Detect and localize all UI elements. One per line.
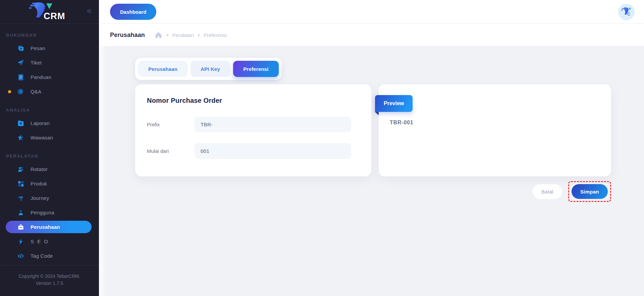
main-area: Dashboard C Perusahaan Peralatan Prefere… bbox=[99, 0, 644, 296]
paper-plane-icon bbox=[17, 59, 25, 67]
svg-text:C: C bbox=[627, 12, 630, 16]
breadcrumb-item-preferensi[interactable]: Preferensi bbox=[204, 32, 226, 38]
sidebar-item-label: Pesan bbox=[31, 45, 45, 51]
nav-section-analisa: ANALISA bbox=[0, 103, 99, 116]
folder-download-icon bbox=[17, 119, 25, 127]
start-from-label: Mulai dari bbox=[147, 148, 195, 154]
sidebar-item-label: Journey bbox=[31, 195, 49, 201]
preview-badge: Preview bbox=[375, 95, 413, 112]
cancel-button[interactable]: Batal bbox=[533, 184, 562, 199]
topbar: Dashboard C bbox=[99, 0, 644, 24]
sidebar-header: CRM « bbox=[0, 0, 99, 24]
sidebar-item-label: Laporan bbox=[31, 120, 50, 126]
preview-card: Preview TBR-001 bbox=[379, 84, 611, 176]
save-button[interactable]: Simpan bbox=[572, 184, 608, 199]
sidebar-item-perusahaan[interactable]: Perusahaan bbox=[6, 221, 92, 233]
annotation-highlight-box: Simpan bbox=[568, 181, 611, 202]
prefix-label: Prefix bbox=[147, 122, 195, 127]
sidebar-item-journey[interactable]: Journey bbox=[0, 191, 99, 205]
app-logo: CRM bbox=[23, 2, 76, 22]
content-area: Perusahaan API Key Preferensi Nomor Purc… bbox=[99, 46, 644, 296]
code-icon bbox=[17, 252, 25, 260]
start-from-input[interactable] bbox=[195, 143, 351, 159]
star-icon bbox=[17, 134, 25, 142]
prefix-field-row: Prefix bbox=[147, 117, 360, 132]
notification-dot bbox=[8, 90, 11, 93]
sidebar-item-label: Tag Code bbox=[31, 253, 53, 259]
tab-preferensi[interactable]: Preferensi bbox=[233, 61, 278, 77]
sidebar-item-panduan[interactable]: Panduan bbox=[0, 70, 99, 84]
breadcrumb-separator bbox=[167, 34, 168, 36]
sidebar-item-label: Produk bbox=[31, 181, 47, 186]
breadcrumb: Perusahaan Peralatan Preferensi bbox=[99, 24, 644, 46]
sidebar-item-label: Wawasan bbox=[31, 135, 53, 140]
nav-section-dukungan: DUKUNGAN bbox=[0, 29, 99, 41]
purchase-order-card: Nomor Purchase Order Prefix Mulai dari bbox=[135, 84, 371, 176]
prefix-input[interactable] bbox=[195, 117, 351, 132]
svg-text:?: ? bbox=[20, 90, 22, 94]
breadcrumb-item-peralatan[interactable]: Peralatan bbox=[172, 32, 194, 38]
preview-value: TBR-001 bbox=[390, 120, 414, 126]
dashboard-button[interactable]: Dashboard bbox=[110, 4, 156, 20]
sidebar-collapse-icon[interactable]: « bbox=[87, 6, 92, 15]
sidebar-item-label: S E O bbox=[31, 239, 49, 244]
sidebar-item-tagcode[interactable]: Tag Code bbox=[0, 249, 99, 263]
sidebar-footer: Copyright © 2024 TebarCRM. Version 1.7.5 bbox=[0, 265, 99, 296]
sidebar-item-seo[interactable]: S E O bbox=[0, 234, 99, 249]
sidebar-item-laporan[interactable]: Laporan bbox=[0, 116, 99, 130]
card-title: Nomor Purchase Order bbox=[147, 97, 360, 104]
document-icon bbox=[17, 73, 25, 81]
sidebar-item-wawasan[interactable]: Wawasan bbox=[0, 130, 99, 145]
question-badge-icon: ? bbox=[17, 88, 25, 96]
sidebar-item-label: Panduan bbox=[31, 74, 51, 80]
sidebar-item-label: Pengguna bbox=[31, 210, 54, 215]
sidebar-item-pengguna[interactable]: Pengguna bbox=[0, 205, 99, 220]
sidebar: CRM « DUKUNGAN Pesan Tiket Panduan bbox=[0, 0, 99, 296]
users-icon bbox=[17, 165, 25, 173]
start-from-field-row: Mulai dari bbox=[147, 143, 360, 159]
page-title: Perusahaan bbox=[110, 32, 145, 39]
grid-icon bbox=[17, 180, 25, 188]
avatar[interactable]: C bbox=[618, 4, 635, 20]
sidebar-item-tiket[interactable]: Tiket bbox=[0, 55, 99, 70]
sidebar-item-label: Tiket bbox=[31, 60, 42, 66]
user-icon bbox=[17, 209, 25, 217]
tab-group: Perusahaan API Key Preferensi bbox=[135, 58, 282, 80]
sidebar-item-label: Rotator bbox=[31, 166, 48, 172]
sidebar-item-produk[interactable]: Produk bbox=[0, 176, 99, 191]
sidebar-nav: DUKUNGAN Pesan Tiket Panduan ? Q&A bbox=[0, 24, 99, 265]
sidebar-item-rotator[interactable]: Rotator bbox=[0, 162, 99, 176]
cards-row: Nomor Purchase Order Prefix Mulai dari P… bbox=[135, 84, 611, 176]
chat-icon bbox=[17, 44, 25, 52]
nav-section-peralatan: PERALATAN bbox=[0, 150, 99, 162]
copyright-text: Copyright © 2024 TebarCRM. bbox=[3, 273, 96, 280]
svg-text:CRM: CRM bbox=[44, 11, 65, 20]
sidebar-item-pesan[interactable]: Pesan bbox=[0, 41, 99, 55]
sidebar-item-label: Q&A bbox=[31, 89, 42, 94]
home-icon[interactable] bbox=[154, 31, 163, 39]
briefcase-icon bbox=[17, 223, 25, 231]
sidebar-item-label: Perusahaan bbox=[31, 224, 60, 230]
preview-badge-notch bbox=[375, 112, 379, 115]
bolt-icon bbox=[17, 238, 25, 246]
tab-api-key[interactable]: API Key bbox=[191, 61, 230, 77]
breadcrumb-separator bbox=[198, 34, 200, 36]
sidebar-item-qa[interactable]: ? Q&A bbox=[0, 84, 99, 99]
version-text: Version 1.7.5 bbox=[3, 280, 96, 287]
signpost-icon bbox=[17, 194, 25, 202]
actions-row: Batal Simpan bbox=[135, 181, 611, 202]
tab-perusahaan[interactable]: Perusahaan bbox=[138, 61, 187, 77]
